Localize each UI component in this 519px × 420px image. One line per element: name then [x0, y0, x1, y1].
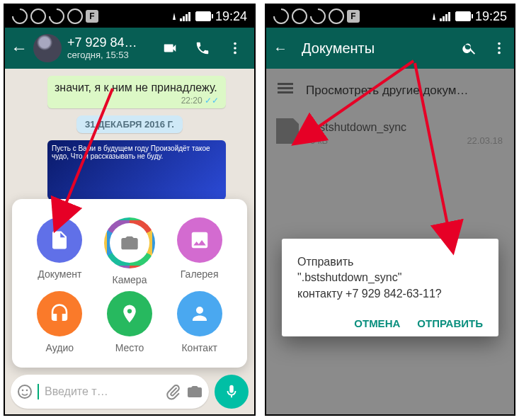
- dialog-line: Отправить: [297, 256, 353, 268]
- dialog-message: Отправить ".bstshutdown_sync" контакту +…: [297, 254, 483, 302]
- file-date: 22.03.18: [467, 135, 503, 146]
- svg-point-2: [234, 52, 236, 55]
- status-icon: F: [86, 10, 98, 23]
- status-icon: [27, 5, 49, 27]
- voice-call-icon[interactable]: [195, 40, 210, 56]
- svg-point-3: [18, 385, 31, 398]
- docs-title: Документы: [302, 40, 447, 57]
- back-icon[interactable]: ←: [273, 40, 287, 57]
- attachment-sheet: Документ Камера Галерея Аудио Место Конт…: [12, 199, 247, 368]
- document-icon: [49, 229, 70, 251]
- message-text: значит, я к ним не принадлежу.: [55, 81, 219, 94]
- browse-other-docs[interactable]: Просмотреть другие докум…: [266, 69, 514, 113]
- date-chip: 31 ДЕКАБРЯ 2016 Г.: [76, 115, 183, 133]
- list-icon: [278, 83, 293, 98]
- battery-icon: [455, 11, 471, 21]
- attach-document[interactable]: Документ: [26, 217, 93, 285]
- chat-title: +7 929 84…: [67, 36, 151, 50]
- input-row: Введите т…: [11, 375, 249, 409]
- more-icon[interactable]: [491, 40, 507, 56]
- phone-screenshot-left: F 19:24 ← +7 929 84… сегодня, 15:53 знач…: [4, 4, 256, 416]
- read-ticks-icon: ✓✓: [205, 96, 219, 106]
- status-icon: [288, 5, 310, 27]
- dialog-line: контакту +7 929 842-63-11?: [297, 288, 442, 300]
- file-size: 0 кБ: [310, 135, 328, 146]
- documents-header: ← Документы: [266, 28, 514, 69]
- status-bar: F 19:24: [5, 5, 254, 28]
- clock: 19:25: [475, 9, 507, 24]
- avatar[interactable]: [33, 34, 62, 62]
- mic-button[interactable]: [215, 375, 249, 409]
- cancel-button[interactable]: ОТМЕНА: [354, 317, 400, 329]
- contact-icon: [189, 303, 210, 324]
- location-icon: [119, 303, 140, 324]
- status-icon: [45, 5, 67, 27]
- attach-label: Документ: [38, 268, 81, 280]
- search-icon[interactable]: [462, 40, 477, 56]
- camera-icon: [120, 232, 139, 254]
- attach-label: Место: [115, 342, 144, 353]
- attach-label: Галерея: [181, 268, 219, 280]
- message-time: 22:20: [181, 96, 203, 106]
- status-icon: F: [347, 10, 360, 23]
- send-button[interactable]: ОТПРАВИТЬ: [417, 317, 483, 329]
- send-confirm-dialog: Отправить ".bstshutdown_sync" контакту +…: [282, 239, 498, 336]
- message-input[interactable]: Введите т…: [11, 375, 209, 409]
- outgoing-message[interactable]: значит, я к ним не принадлежу. 22:20 ✓✓: [47, 76, 226, 108]
- status-icon: [325, 5, 347, 27]
- dialog-line: ".bstshutdown_sync": [297, 271, 401, 283]
- text-cursor: [38, 384, 39, 399]
- more-icon[interactable]: [227, 40, 243, 56]
- signal-icon: [440, 11, 451, 21]
- svg-point-4: [22, 390, 24, 392]
- attach-audio[interactable]: Аудио: [26, 291, 93, 353]
- browse-label: Просмотреть другие докум…: [306, 84, 468, 98]
- chat-subtitle: сегодня, 15:53: [67, 50, 151, 60]
- wifi-icon: [173, 13, 176, 20]
- attach-label: Контакт: [181, 342, 217, 353]
- chat-header[interactable]: ← +7 929 84… сегодня, 15:53: [5, 28, 254, 69]
- headphones-icon: [49, 303, 70, 324]
- input-placeholder: Введите т…: [45, 385, 161, 398]
- card-text: Пусть с Вами в будущем году Произойдёт т…: [52, 144, 210, 160]
- camera-small-icon[interactable]: [186, 383, 203, 400]
- attach-label: Камера: [113, 274, 147, 285]
- status-bar: F 19:25: [266, 5, 514, 28]
- svg-point-1: [234, 47, 236, 50]
- battery-icon: [195, 11, 211, 21]
- attach-contact[interactable]: Контакт: [166, 291, 233, 353]
- svg-point-8: [498, 47, 501, 50]
- gallery-icon: [189, 229, 210, 251]
- attach-camera[interactable]: Камера: [96, 217, 164, 285]
- svg-point-9: [498, 52, 501, 55]
- file-row[interactable]: .bstshutdown_sync 0 кБ 22.03.18: [266, 113, 514, 159]
- status-icon: [270, 5, 292, 27]
- file-name: .bstshutdown_sync: [310, 121, 503, 134]
- attach-icon[interactable]: [165, 383, 182, 400]
- document-picker: Просмотреть другие докум… .bstshutdown_s…: [266, 69, 514, 414]
- status-icon: [307, 5, 329, 27]
- signal-icon: [180, 11, 191, 21]
- back-icon[interactable]: ←: [11, 38, 28, 58]
- svg-point-0: [234, 42, 236, 45]
- status-icon: [64, 5, 86, 27]
- svg-point-5: [26, 390, 28, 392]
- video-call-icon[interactable]: [162, 40, 178, 56]
- file-icon: [276, 118, 299, 144]
- emoji-icon[interactable]: [16, 383, 33, 400]
- image-message[interactable]: Пусть с Вами в будущем году Произойдёт т…: [47, 140, 226, 200]
- chat-header-text[interactable]: +7 929 84… сегодня, 15:53: [67, 36, 151, 60]
- attach-label: Аудио: [46, 342, 74, 353]
- clock: 19:24: [215, 9, 247, 24]
- phone-screenshot-right: F 19:25 ← Документы Просмотреть другие д…: [265, 4, 515, 416]
- chat-area: значит, я к ним не принадлежу. 22:20 ✓✓ …: [5, 69, 254, 414]
- status-icon: [8, 5, 30, 27]
- attach-gallery[interactable]: Галерея: [166, 217, 233, 285]
- attach-location[interactable]: Место: [96, 291, 164, 353]
- wifi-icon: [433, 13, 435, 20]
- svg-point-7: [498, 42, 501, 45]
